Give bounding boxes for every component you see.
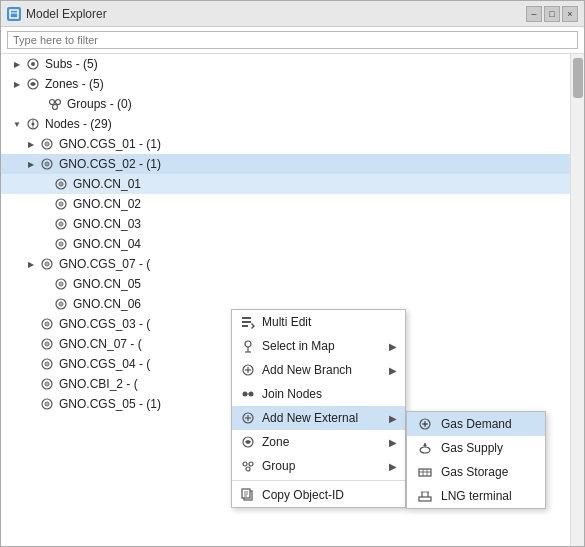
scrollbar[interactable] <box>570 54 584 546</box>
expand-icon-subs[interactable]: ▶ <box>9 56 25 72</box>
submenu: Gas Demand Gas Supply Gas Storage <box>406 411 546 509</box>
multi-edit-icon <box>240 314 256 330</box>
ctx-copy-id[interactable]: Copy Object-ID <box>232 483 405 507</box>
tree-item-cn02[interactable]: ▶ GNO.CN_02 <box>1 194 584 214</box>
svg-point-64 <box>249 392 254 397</box>
add-branch-icon <box>240 362 256 378</box>
cgs04-icon <box>39 356 55 372</box>
svg-point-72 <box>246 467 250 471</box>
tree-item-cn01[interactable]: ▶ GNO.CN_01 <box>1 174 584 194</box>
minimize-button[interactable]: – <box>526 6 542 22</box>
cn02-icon <box>53 196 69 212</box>
title-controls: – □ × <box>526 6 578 22</box>
select-map-arrow: ▶ <box>389 341 397 352</box>
ctx-zone[interactable]: Zone ▶ <box>232 430 405 454</box>
join-nodes-label: Join Nodes <box>262 387 397 401</box>
expand-icon-zones[interactable]: ▶ <box>9 76 25 92</box>
select-in-map-label: Select in Map <box>262 339 383 353</box>
cn05-label: GNO.CN_05 <box>71 277 141 291</box>
cgs01-icon <box>39 136 55 152</box>
tree-item-cn05[interactable]: ▶ GNO.CN_05 <box>1 274 584 294</box>
cn03-icon <box>53 216 69 232</box>
sub-lng-terminal[interactable]: LNG terminal <box>407 484 545 508</box>
svg-point-46 <box>46 363 48 365</box>
tree-item-zones[interactable]: ▶ Zones - (5) <box>1 74 584 94</box>
expand-icon-cgs02[interactable]: ▶ <box>23 156 39 172</box>
cn04-icon <box>53 236 69 252</box>
svg-point-22 <box>60 203 62 205</box>
groups-icon <box>47 96 63 112</box>
tree-item-cgs01[interactable]: ▶ GNO.CGS_01 - (1) <box>1 134 584 154</box>
cgs07-label: GNO.CGS_07 - ( <box>57 257 150 271</box>
nodes-icon <box>25 116 41 132</box>
ctx-select-in-map[interactable]: Select in Map ▶ <box>232 334 405 358</box>
tree-item-cgs07[interactable]: ▶ GNO.CGS_07 - ( <box>1 254 584 274</box>
filter-input[interactable] <box>7 31 578 49</box>
svg-point-3 <box>31 62 35 66</box>
close-button[interactable]: × <box>562 6 578 22</box>
ctx-group[interactable]: Group ▶ <box>232 454 405 478</box>
cn04-label: GNO.CN_04 <box>71 237 141 251</box>
svg-point-34 <box>60 283 62 285</box>
model-explorer-window: Model Explorer – □ × ▶ Subs - (5) ▶ Zone… <box>0 0 585 547</box>
select-map-icon <box>240 338 256 354</box>
sub-gas-demand[interactable]: Gas Demand <box>407 412 545 436</box>
expand-icon-cgs01[interactable]: ▶ <box>23 136 39 152</box>
zone-arrow: ▶ <box>389 437 397 448</box>
tree-container: ▶ Subs - (5) ▶ Zones - (5) ▶ Groups - (0… <box>1 54 584 546</box>
lng-terminal-icon <box>415 488 435 504</box>
ctx-add-external[interactable]: Add New External ▶ <box>232 406 405 430</box>
gas-storage-label: Gas Storage <box>441 465 508 479</box>
cn05-icon <box>53 276 69 292</box>
gas-demand-label: Gas Demand <box>441 417 512 431</box>
ctx-join-nodes[interactable]: Join Nodes <box>232 382 405 406</box>
sub-gas-storage[interactable]: Gas Storage <box>407 460 545 484</box>
svg-point-37 <box>60 303 62 305</box>
svg-point-49 <box>46 383 48 385</box>
tree-item-groups[interactable]: ▶ Groups - (0) <box>1 94 584 114</box>
svg-marker-84 <box>423 443 427 446</box>
maximize-button[interactable]: □ <box>544 6 560 22</box>
ctx-multi-edit[interactable]: Multi Edit <box>232 310 405 334</box>
window-icon <box>7 7 21 21</box>
svg-point-52 <box>46 403 48 405</box>
expand-icon-cgs07[interactable]: ▶ <box>23 256 39 272</box>
context-menu: Multi Edit Select in Map ▶ Add New Branc… <box>231 309 406 508</box>
subs-label: Subs - (5) <box>43 57 98 71</box>
cgs01-label: GNO.CGS_01 - (1) <box>57 137 161 151</box>
cn02-label: GNO.CN_02 <box>71 197 141 211</box>
svg-point-81 <box>424 423 427 426</box>
tree-item-cgs02[interactable]: ▶ GNO.CGS_02 - (1) <box>1 154 584 174</box>
gas-supply-icon <box>415 440 435 456</box>
svg-marker-56 <box>251 323 255 329</box>
zone-icon <box>240 434 256 450</box>
add-external-arrow: ▶ <box>389 413 397 424</box>
svg-rect-89 <box>419 497 431 501</box>
join-nodes-icon <box>240 386 256 402</box>
title-bar-left: Model Explorer <box>7 7 107 21</box>
title-bar: Model Explorer – □ × <box>1 1 584 27</box>
svg-point-16 <box>46 163 48 165</box>
tree-item-cn04[interactable]: ▶ GNO.CN_04 <box>1 234 584 254</box>
sub-gas-supply[interactable]: Gas Supply <box>407 436 545 460</box>
copy-id-icon <box>240 487 256 503</box>
cgs04-label: GNO.CGS_04 - ( <box>57 357 150 371</box>
svg-point-71 <box>249 462 253 466</box>
tree-item-cn03[interactable]: ▶ GNO.CN_03 <box>1 214 584 234</box>
lng-terminal-label: LNG terminal <box>441 489 512 503</box>
expand-icon-nodes[interactable]: ▼ <box>9 116 25 132</box>
svg-point-43 <box>46 343 48 345</box>
add-external-icon <box>240 410 256 426</box>
svg-rect-85 <box>419 469 431 476</box>
cbi2-icon <box>39 376 55 392</box>
ctx-add-branch[interactable]: Add New Branch ▶ <box>232 358 405 382</box>
cgs05-icon <box>39 396 55 412</box>
tree-item-subs[interactable]: ▶ Subs - (5) <box>1 54 584 74</box>
group-icon <box>240 458 256 474</box>
scrollbar-thumb[interactable] <box>573 58 583 98</box>
cgs03-icon <box>39 316 55 332</box>
tree-item-nodes[interactable]: ▼ Nodes - (29) <box>1 114 584 134</box>
multi-edit-label: Multi Edit <box>262 315 397 329</box>
add-branch-arrow: ▶ <box>389 365 397 376</box>
filter-bar <box>1 27 584 54</box>
